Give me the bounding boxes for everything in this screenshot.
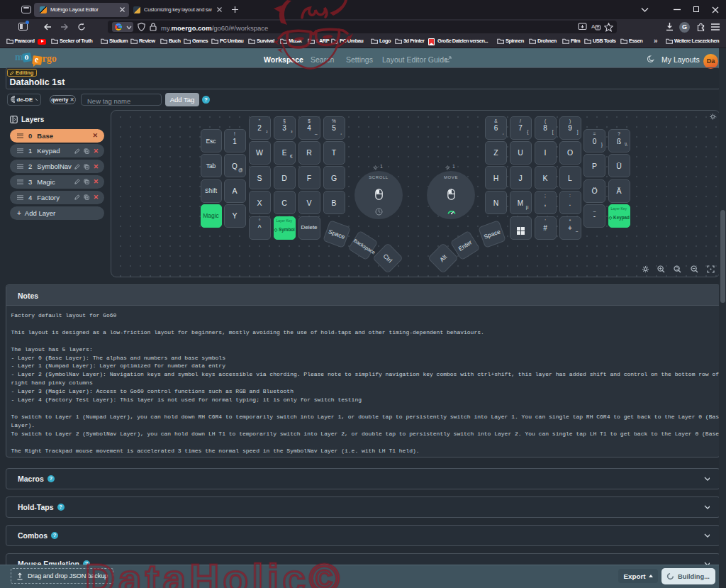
svg-text:DataHolic©: DataHolic©	[85, 555, 343, 588]
